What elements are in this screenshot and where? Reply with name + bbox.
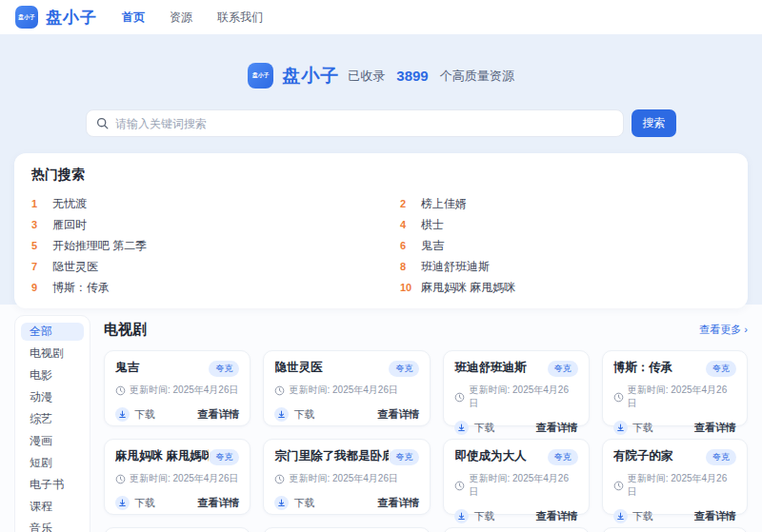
download-label: 下载 [293, 496, 314, 510]
details-button[interactable]: 查看详情 [197, 407, 239, 422]
hot-title: 博斯：传承 [52, 280, 110, 296]
clock-icon [274, 474, 285, 484]
search-icon [96, 117, 109, 129]
details-button[interactable]: 查看详情 [536, 421, 578, 435]
hot-title: 雁回时 [52, 217, 87, 233]
hot-search-item[interactable]: 7 隐世灵医 [31, 256, 362, 277]
card-updated: 更新时间: 2025年4月26日 [130, 384, 239, 397]
quark-badge: 夸克 [389, 449, 419, 465]
quark-badge: 夸克 [706, 449, 736, 465]
category-sidebar: 全部 电视剧 电影 动漫 综艺 漫画 短剧 电子书 课程 音乐 [14, 315, 90, 532]
sidebar-item-tv[interactable]: 电视剧 [21, 345, 84, 363]
download-button[interactable]: 下载 [613, 421, 653, 435]
nav-item-contact[interactable]: 联系我们 [217, 10, 263, 26]
resource-card[interactable] [263, 527, 431, 532]
download-button[interactable]: 下载 [613, 509, 653, 523]
site-logo-icon[interactable]: 盘小子 [15, 6, 38, 29]
hot-search-item[interactable]: 3 雁回时 [31, 214, 362, 235]
sidebar-item-all[interactable]: 全部 [21, 323, 84, 341]
sidebar-item-comic[interactable]: 漫画 [21, 432, 84, 450]
hot-search-item[interactable]: 5 开始推理吧 第二季 [31, 235, 362, 256]
details-button[interactable]: 查看详情 [694, 509, 736, 523]
sidebar-item-short-drama[interactable]: 短剧 [21, 454, 84, 472]
search-box[interactable] [86, 109, 624, 137]
download-label: 下载 [473, 421, 494, 435]
resource-card[interactable]: 班迪舒班迪斯 夸克 更新时间: 2025年4月26日 下载 查看详情 [443, 350, 589, 426]
card-title: 即使成为大人 [454, 449, 530, 463]
search-input[interactable] [115, 117, 613, 130]
hot-search-item[interactable]: 6 鬼吉 [400, 235, 731, 256]
download-button[interactable]: 下载 [274, 496, 314, 510]
hot-title: 开始推理吧 第二季 [52, 238, 147, 254]
hero-site-name: 盘小子 [282, 64, 339, 89]
resource-card[interactable] [602, 527, 748, 532]
clock-icon [115, 385, 126, 396]
hot-rank: 7 [31, 261, 52, 272]
card-title: 班迪舒班迪斯 [454, 361, 530, 375]
download-button[interactable]: 下载 [115, 407, 155, 422]
navbar: 盘小子 盘小子 首页 资源 联系我们 [0, 0, 762, 34]
nav-item-home[interactable]: 首页 [122, 10, 145, 26]
details-button[interactable]: 查看详情 [197, 496, 239, 510]
hot-search-panel: 热门搜索 1 无忧渡 3 雁回时 5 开始推理吧 第二季 7 隐世灵医 [14, 153, 748, 308]
card-updated: 更新时间: 2025年4月26日 [469, 472, 577, 499]
hot-search-item[interactable]: 4 棋士 [400, 214, 731, 235]
hot-title: 榜上佳婿 [421, 196, 467, 212]
resource-card[interactable]: 鬼吉 夸克 更新时间: 2025年4月26日 下载 查看详情 [104, 350, 251, 426]
card-title: 鬼吉 [115, 361, 143, 375]
clock-icon [613, 392, 624, 403]
hot-search-item[interactable]: 10 麻甩妈咪 麻甩媽咪 [400, 277, 731, 298]
details-button[interactable]: 查看详情 [377, 496, 419, 510]
download-label: 下载 [134, 407, 155, 422]
hot-search-item[interactable]: 1 无忧渡 [31, 193, 362, 214]
hot-title: 麻甩妈咪 麻甩媽咪 [421, 280, 515, 296]
hot-search-item[interactable]: 2 榜上佳婿 [400, 193, 731, 214]
resource-card[interactable]: 有院子的家 夸克 更新时间: 2025年4月26日 下载 查看详情 [602, 439, 748, 515]
hero-title-row: 盘小子 盘小子 已收录 3899 个高质量资源 [0, 63, 762, 89]
hot-rank: 4 [400, 219, 421, 230]
hot-title: 隐世灵医 [52, 259, 98, 275]
resource-card[interactable]: 即使成为大人 夸克 更新时间: 2025年4月26日 下载 查看详情 [443, 439, 589, 515]
nav-item-resources[interactable]: 资源 [170, 10, 192, 26]
hot-title: 无忧渡 [52, 196, 87, 212]
quark-badge: 夸克 [209, 449, 239, 465]
resource-card[interactable]: 隐世灵医 夸克 更新时间: 2025年4月26日 下载 查看详情 [263, 350, 431, 426]
details-button[interactable]: 查看详情 [694, 421, 736, 435]
card-title: 宗门里除了我都是卧底 [274, 449, 389, 463]
sidebar-item-music[interactable]: 音乐 [21, 520, 84, 532]
hot-search-item[interactable]: 9 博斯：传承 [31, 277, 362, 298]
resource-card[interactable] [443, 527, 589, 532]
card-updated: 更新时间: 2025年4月26日 [628, 384, 736, 410]
brand-name[interactable]: 盘小子 [46, 7, 97, 29]
resource-card[interactable]: 宗门里除了我都是卧底 夸克 更新时间: 2025年4月26日 下载 查看详情 [263, 439, 431, 515]
search-button[interactable]: 搜索 [632, 109, 676, 137]
hot-search-item[interactable]: 8 班迪舒班迪斯 [400, 256, 731, 277]
details-button[interactable]: 查看详情 [536, 509, 578, 523]
sidebar-item-variety[interactable]: 综艺 [21, 410, 84, 428]
download-button[interactable]: 下载 [115, 496, 155, 510]
hot-rank: 6 [400, 240, 421, 251]
sidebar-item-course[interactable]: 课程 [21, 498, 84, 516]
card-title: 有院子的家 [613, 449, 677, 463]
hero-logo-icon: 盘小子 [248, 63, 273, 89]
clock-icon [613, 481, 624, 491]
view-more-link[interactable]: 查看更多 › [699, 323, 748, 337]
download-button[interactable]: 下载 [274, 407, 314, 422]
resource-card[interactable]: 麻甩妈咪 麻甩媽咪 夸克 更新时间: 2025年4月26日 下载 查看详情 [104, 439, 251, 515]
sidebar-item-movie[interactable]: 电影 [21, 366, 84, 384]
resource-card[interactable]: 博斯：传承 夸克 更新时间: 2025年4月26日 下载 查看详情 [602, 350, 748, 426]
download-icon [613, 509, 628, 523]
card-updated: 更新时间: 2025年4月26日 [289, 472, 398, 485]
details-button[interactable]: 查看详情 [377, 407, 419, 422]
download-button[interactable]: 下载 [454, 509, 494, 523]
sidebar-item-ebook[interactable]: 电子书 [21, 476, 84, 494]
sidebar-item-anime[interactable]: 动漫 [21, 388, 84, 406]
download-icon [115, 407, 130, 422]
download-button[interactable]: 下载 [454, 421, 494, 435]
section-title: 电视剧 [104, 321, 147, 339]
hot-rank: 2 [400, 198, 421, 209]
resource-card[interactable] [104, 527, 251, 532]
nav-menu: 首页 资源 联系我们 [122, 10, 263, 26]
card-updated: 更新时间: 2025年4月26日 [628, 472, 736, 499]
download-icon [274, 407, 289, 422]
